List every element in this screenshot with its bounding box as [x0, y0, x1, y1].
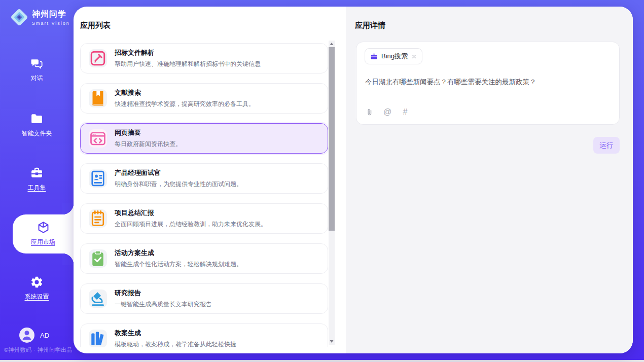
copyright-text: ©神州数码 · 神州问学出品: [4, 346, 73, 354]
main-panel: 应用列表 招标文件解析 帮助用户快速、准确地理解和解析招标书中的关键信息: [74, 7, 633, 353]
app-card-description: 一键智能生成高质量长文本研究报告: [115, 300, 212, 309]
sidebar-item[interactable]: 应用市场: [13, 221, 74, 246]
paperclip-icon[interactable]: [365, 107, 374, 117]
app-card-title: 研究报告: [115, 288, 212, 298]
sidebar-item[interactable]: 系统设置: [0, 275, 74, 301]
close-icon[interactable]: [411, 54, 417, 59]
brand-name: 神州问学: [32, 9, 70, 20]
cube-icon: [37, 221, 50, 234]
hash-icon[interactable]: #: [401, 107, 410, 117]
diamond-logo-icon: [9, 7, 29, 27]
sidebar-item[interactable]: 对话: [0, 57, 74, 83]
book-icon: [89, 89, 107, 107]
folder-icon: [30, 112, 44, 126]
sidebar-item-label: 工具集: [28, 184, 46, 192]
scrollbar-thumb[interactable]: [329, 47, 335, 231]
scroll-down-icon[interactable]: [329, 338, 335, 345]
app-detail-title: 应用详情: [355, 21, 385, 30]
microscope-icon: [89, 289, 107, 308]
browser-code-icon: [89, 129, 107, 148]
scroll-up-icon[interactable]: [329, 41, 335, 47]
app-card[interactable]: 文献搜索 快速精准查找学术资源，提高研究效率的必备工具。: [80, 83, 328, 114]
bubble-corner: [62, 254, 74, 265]
bubble-corner: [62, 203, 74, 214]
tool-tag-label: Bing搜索: [381, 52, 408, 61]
tool-tag-bing-search[interactable]: Bing搜索: [365, 48, 422, 64]
books-icon: [89, 330, 107, 347]
brand-subtitle: Smart Vision: [32, 21, 70, 26]
user-account[interactable]: AD: [19, 328, 49, 343]
app-card[interactable]: 招标文件解析 帮助用户快速、准确地理解和解析招标书中的关键信息: [80, 43, 328, 74]
app-card-title: 活动方案生成: [115, 248, 242, 258]
run-button[interactable]: 运行: [593, 137, 620, 154]
sidebar-item-label: 智能文件夹: [22, 129, 52, 138]
sidebar-item-label: 系统设置: [25, 293, 49, 301]
app-card-description: 模板驱动，教案秒成，教学准备从此轻松快捷: [115, 340, 236, 347]
app-list-title: 应用列表: [80, 21, 111, 30]
resume-icon: [89, 169, 107, 188]
sidebar-item-label: 应用市场: [31, 238, 55, 246]
app-card-title: 文献搜索: [115, 88, 255, 97]
app-card-title: 网页摘要: [115, 128, 182, 137]
sidebar-item-active[interactable]: 应用市场: [13, 214, 74, 254]
app-card-description: 每日政府新闻资讯快查。: [115, 140, 182, 149]
app-card[interactable]: 研究报告 一键智能生成高质量长文本研究报告: [80, 283, 328, 314]
prompt-card: Bing搜索 今日湖北有哪些新闻要点？有哪些需要关注的最新政策？ @ #: [356, 42, 620, 125]
app-card-title: 产品经理面试官: [115, 168, 242, 177]
app-detail-panel: 应用详情 Bing搜索 今日湖北有哪些新闻要点？有哪些需要关注的最新政策？ @ …: [346, 7, 633, 353]
app-card[interactable]: 产品经理面试官 明确身份和职责，为您提供专业性的面试问题。: [80, 163, 328, 194]
brand-logo: 神州问学 Smart Vision: [9, 7, 70, 27]
app-list: 招标文件解析 帮助用户快速、准确地理解和解析招标书中的关键信息 文献搜索 快速精…: [80, 43, 328, 347]
sidebar: 神州问学 Smart Vision 对话 智能文件夹 工具集: [0, 0, 74, 360]
user-name: AD: [40, 332, 49, 339]
list-scrollbar[interactable]: [329, 41, 335, 345]
app-card-description: 快速精准查找学术资源，提高研究效率的必备工具。: [115, 100, 255, 108]
notepad-icon: [89, 209, 107, 228]
sidebar-item[interactable]: 智能文件夹: [0, 112, 74, 138]
toolbox-icon: [30, 166, 44, 180]
sidebar-item-label: 对话: [31, 74, 43, 83]
app-card-title: 教案生成: [115, 329, 236, 338]
prompt-input[interactable]: 今日湖北有哪些新闻要点？有哪些需要关注的最新政策？: [365, 77, 611, 87]
briefcase-icon: [370, 53, 378, 60]
app-card-title: 招标文件解析: [115, 48, 261, 57]
edit-document-icon: [89, 49, 107, 67]
app-card-title: 项目总结汇报: [115, 208, 267, 218]
app-card-description: 明确身份和职责，为您提供专业性的面试问题。: [115, 180, 242, 189]
gear-icon: [30, 275, 44, 289]
mention-icon[interactable]: @: [383, 107, 392, 117]
app-card-description: 全面回顾项目进展，总结经验教训，助力未来优化发展。: [115, 220, 267, 229]
composer-toolbar: @ #: [365, 107, 410, 117]
sidebar-item[interactable]: 工具集: [0, 166, 74, 192]
app-window: 神州问学 Smart Vision 对话 智能文件夹 工具集: [0, 0, 644, 362]
app-card[interactable]: 活动方案生成 智能生成个性化活动方案，轻松解决规划难题。: [80, 243, 328, 274]
chat-icon: [30, 57, 44, 70]
app-card[interactable]: 项目总结汇报 全面回顾项目进展，总结经验教训，助力未来优化发展。: [80, 203, 328, 234]
app-card[interactable]: 网页摘要 每日政府新闻资讯快查。: [80, 123, 328, 154]
clipboard-check-icon: [89, 249, 107, 268]
app-card[interactable]: 教案生成 模板驱动，教案秒成，教学准备从此轻松快捷: [80, 323, 328, 347]
app-card-description: 智能生成个性化活动方案，轻松解决规划难题。: [115, 260, 242, 269]
app-card-description: 帮助用户快速、准确地理解和解析招标书中的关键信息: [115, 60, 261, 68]
person-icon: [19, 328, 34, 343]
